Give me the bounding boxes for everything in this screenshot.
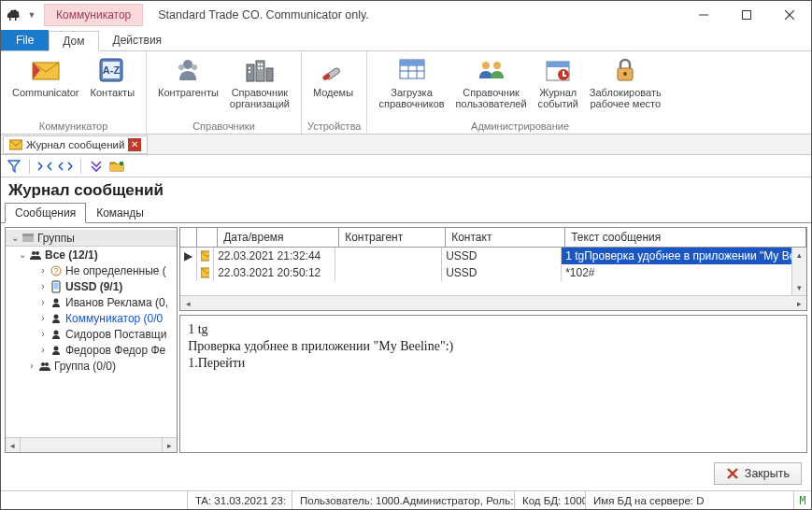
ribbon-lock[interactable]: Заблокировать рабочее место <box>584 53 667 111</box>
ribbon-contacts[interactable]: A-Z Контакты <box>85 53 141 100</box>
status-bar: TA: 31.03.2021 23: Пользователь: 1000.Ад… <box>1 490 811 509</box>
ribbon-group-communicator: Коммуникатор <box>7 120 140 134</box>
svg-text:A-Z: A-Z <box>103 64 121 76</box>
col-text[interactable]: Текст сообщения <box>565 228 806 247</box>
ribbon-modems[interactable]: Модемы <box>307 53 359 100</box>
ribbon-dirload[interactable]: Загрузка справочников <box>373 53 449 111</box>
ribbon-orgdir-label: Справочник организаций <box>230 87 290 109</box>
ribbon-orgdir[interactable]: Справочник организаций <box>224 53 295 111</box>
ribbon-counterparties[interactable]: Контрагенты <box>152 53 224 100</box>
org-icon <box>173 55 203 85</box>
menu-tabs: File Дом Действия <box>1 29 811 51</box>
title-bar: ▼ Коммуникатор Standard Trade CO. Commun… <box>1 1 811 29</box>
ribbon-lock-label: Заблокировать рабочее место <box>590 87 662 109</box>
status-server: Имя БД на сервере: D <box>586 491 794 509</box>
svg-rect-36 <box>563 75 566 77</box>
home-tab[interactable]: Дом <box>49 31 98 51</box>
ribbon-userdir[interactable]: Справочник пользователей <box>450 53 533 111</box>
ribbon-counterparties-label: Контрагенты <box>158 87 219 98</box>
row-indicator-icon: ▶ <box>180 248 197 264</box>
tree-header-label: Группы <box>36 232 75 245</box>
svg-rect-49 <box>54 282 59 289</box>
ribbon-contacts-label: Контакты <box>91 87 135 98</box>
table-row[interactable]: ▶ 22.03.2021 21:32:44 USSD 1 tgПроверка … <box>180 248 806 264</box>
svg-rect-18 <box>258 64 260 65</box>
tree-node-ivanov[interactable]: Иванов Реклама (0, <box>64 296 168 309</box>
tree-h-scrollbar[interactable]: ◂▸ <box>6 437 177 452</box>
col-contact[interactable]: Контакт <box>446 228 565 247</box>
status-db: Код БД: 1000 <box>515 491 586 509</box>
tree-node-undef[interactable]: Не определенные ( <box>64 264 166 277</box>
tree-node-sidorov[interactable]: Сидоров Поставщи <box>64 328 166 341</box>
table-icon <box>397 55 427 85</box>
lock-icon <box>610 55 640 85</box>
tab-messages[interactable]: Сообщения <box>5 203 86 223</box>
ribbon-eventlog[interactable]: Журнал событий <box>533 53 584 111</box>
minimize-button[interactable] <box>682 1 725 29</box>
modem-icon <box>319 55 349 85</box>
svg-point-10 <box>183 60 192 69</box>
tree-node-fedorov[interactable]: Федоров Федор Фе <box>64 344 165 357</box>
window-close-button[interactable] <box>768 1 811 29</box>
tree-node-comm[interactable]: Коммуникатор (0/0 <box>64 312 163 325</box>
mail-small-icon <box>9 139 22 150</box>
groups-tree[interactable]: ⌄ Группы ⌄ Все (12/1) › ? Не определенны… <box>5 227 178 453</box>
table-row[interactable]: 22.03.2021 20:50:12 USSD *102# <box>180 264 806 281</box>
document-tabs: Журнал сообщений ✕ <box>1 135 811 155</box>
svg-rect-19 <box>261 64 263 65</box>
grid-v-scrollbar[interactable]: ▴▾ <box>791 248 806 295</box>
chevrons-down-icon[interactable] <box>87 157 106 176</box>
folder-icon[interactable] <box>107 157 126 176</box>
person-icon <box>49 345 64 356</box>
svg-rect-29 <box>400 60 424 65</box>
ribbon-dirload-label: Загрузка справочников <box>378 87 444 109</box>
contacts-icon: A-Z <box>97 55 127 85</box>
svg-rect-16 <box>249 67 250 69</box>
col-agent[interactable]: Контрагент <box>339 228 446 247</box>
collapse-horizontal-icon[interactable] <box>36 157 54 176</box>
doc-tab-journal[interactable]: Журнал сообщений ✕ <box>3 135 148 154</box>
expand-horizontal-icon[interactable] <box>56 157 75 176</box>
filter-icon[interactable] <box>5 157 23 176</box>
svg-point-55 <box>45 362 49 366</box>
status-m: M <box>794 491 811 509</box>
maximize-button[interactable] <box>725 1 768 29</box>
grid-h-scrollbar[interactable]: ◂▸ <box>180 295 806 310</box>
tab-commands[interactable]: Команды <box>86 203 154 223</box>
file-tab[interactable]: File <box>1 30 49 50</box>
people-icon <box>37 361 52 372</box>
messages-grid[interactable]: Дата/время Контрагент Контакт Текст сооб… <box>179 227 807 311</box>
users-icon <box>477 55 506 85</box>
qat-dropdown-icon[interactable]: ▼ <box>25 10 38 20</box>
question-icon: ? <box>49 265 64 276</box>
svg-point-12 <box>192 64 197 70</box>
tree-leaf-icon[interactable]: › <box>37 265 49 276</box>
actions-tab[interactable]: Действия <box>99 30 177 50</box>
cell-dt: 22.03.2021 21:32:44 <box>214 248 335 264</box>
tree-node-ussd[interactable]: USSD (9/1) <box>64 280 122 293</box>
cell-contact: USSD <box>442 264 562 281</box>
tree-node-all[interactable]: Все (12/1) <box>43 248 98 262</box>
ribbon-communicator[interactable]: Communicator <box>7 53 85 100</box>
svg-rect-15 <box>266 68 273 81</box>
people-icon <box>28 249 43 261</box>
tree-node-group[interactable]: Группа (0/0) <box>52 360 116 373</box>
ribbon-eventlog-label: Журнал событий <box>538 87 578 109</box>
col-datetime[interactable]: Дата/время <box>218 228 339 247</box>
groups-header-icon <box>21 233 36 244</box>
svg-point-51 <box>54 314 59 319</box>
svg-point-11 <box>178 64 184 70</box>
sub-tabs: Сообщения Команды <box>1 202 811 223</box>
tree-expand-icon[interactable]: ⌄ <box>17 249 28 260</box>
status-user: Пользователь: 1000.Администратор, Роль: … <box>292 491 515 509</box>
ribbon-modems-label: Модемы <box>313 87 353 98</box>
svg-rect-0 <box>9 18 11 21</box>
communicator-badge: Коммуникатор <box>44 4 143 26</box>
close-button[interactable]: Закрыть <box>714 462 802 485</box>
svg-rect-20 <box>258 67 260 69</box>
svg-rect-43 <box>22 234 34 236</box>
cell-agent <box>335 248 442 264</box>
doc-tab-close-icon[interactable]: ✕ <box>128 138 141 151</box>
svg-point-38 <box>623 72 627 76</box>
tree-collapse-icon[interactable]: ⌄ <box>9 233 21 243</box>
